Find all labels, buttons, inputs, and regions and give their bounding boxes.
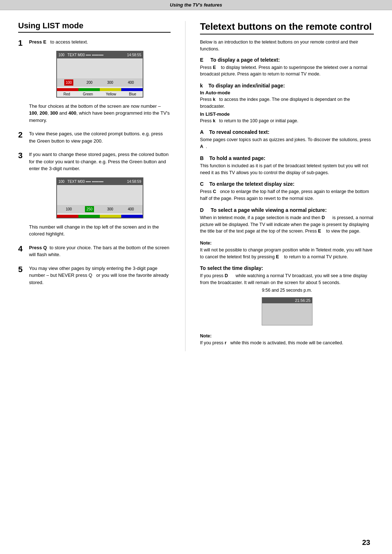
subsection-C: C To enlarge the teletext display size: … (200, 181, 374, 202)
color-bar2-blue (121, 215, 143, 218)
step-4-key: Press Q (29, 245, 47, 250)
header-title: Using the TV's features (170, 2, 222, 8)
step-4-number: 4 (18, 244, 25, 254)
page-wrapper: Using the TV's features Using LIST mode … (0, 0, 392, 554)
step-1-after: to access teletext. (48, 39, 88, 45)
tv2-num-250: 250 (85, 206, 94, 212)
subsection-E-text: Press E to display teletext. Press again… (200, 64, 374, 78)
step-5-content: You may view other pages by simply enter… (29, 265, 171, 288)
subsection-time: To select the time display: If you press… (200, 265, 374, 328)
subsection-B-text: This function is included as it is part … (200, 163, 374, 176)
subsection-D: D To select a page while viewing a norma… (200, 207, 374, 235)
subsection-B-title: B To hold a wanted page: (200, 155, 374, 161)
subsection-E: E To display a page of teletext: Press E… (200, 57, 374, 78)
subsection-E-title: E To display a page of teletext: (200, 57, 374, 63)
tv-screen-1-top-left: 100 TEXT M00 ▪▪▪▪ ▪▪▪▪▪▪▪▪▪ (58, 52, 103, 58)
subsection-time-text: If you press D while watching a normal T… (200, 272, 374, 286)
time-caption: 9:56 and 25 seconds p.m. (200, 288, 374, 293)
right-intro: Below is an introduction to the teletext… (200, 39, 374, 53)
tv-num-300: 300 (106, 79, 115, 86)
step-3-after: This number will change in the top left … (29, 223, 171, 238)
tv2-num-100: 100 (64, 206, 73, 212)
step-1-key: Press E (29, 39, 46, 45)
subsection-A-title: A To reveal concealed text: (200, 129, 374, 135)
content-area: Using LIST mode 1 Press E to access tele… (0, 10, 392, 366)
color-bar2-red (57, 215, 78, 218)
step-5-text: You may view other pages by simply enter… (29, 265, 171, 286)
step-1: 1 Press E to access teletext. 100 TEXT M… (18, 38, 171, 125)
step-5: 5 You may view other pages by simply ent… (18, 265, 171, 288)
subsection-D-text: When in teletext mode, if a page selecti… (200, 214, 374, 235)
subsection-k-auto-text: Press k to access the index page. The on… (200, 96, 374, 110)
subsection-C-title: C To enlarge the teletext display size: (200, 181, 374, 187)
note-1: Note:It will not be possible to change p… (200, 240, 374, 260)
step-1-content: Press E to access teletext. 100 TEXT M00… (29, 38, 171, 125)
tv2-num-400: 400 (126, 206, 135, 212)
tv-screen-2-body (57, 185, 143, 205)
step-2: 2 To view these pages, use the colored p… (18, 130, 171, 146)
tv-screen-1-body (57, 58, 143, 78)
color-label-yellow: Yellow (106, 91, 116, 97)
column-divider (185, 21, 185, 351)
step-2-number: 2 (18, 130, 25, 140)
tv-screen-1-nums: 100 200 300 400 (57, 78, 143, 87)
step-4-text: Press Q to store your choice. The bars a… (29, 244, 171, 258)
color-bar-blue (121, 88, 143, 91)
color-bar-yellow (100, 88, 121, 91)
time-display-value: 21:56:25 (262, 297, 312, 303)
tv-screen-2-top-left: 100 TEXT M00 ▪▪▪▪ ▪▪▪▪▪▪▪▪▪ (58, 179, 103, 184)
step-4: 4 Press Q to store your choice. The bars… (18, 244, 171, 260)
step-1-para: The four choices at the bottom of the sc… (29, 103, 171, 124)
subsection-k-list-text: Press k to return to the 100 page or ini… (200, 118, 374, 124)
tv-screen-2: 100 TEXT M00 ▪▪▪▪ ▪▪▪▪▪▪▪▪▪ 14:58:59 100… (56, 177, 143, 218)
subsection-A: A To reveal concealed text: Some pages c… (200, 129, 374, 150)
subsection-C-text: Press C once to enlarge the top half of … (200, 188, 374, 202)
tv-screen-2-time: 14:58:59 (127, 179, 141, 184)
tv-screen-1-color-labels: Red Green Yellow Blue (57, 91, 143, 97)
time-display-body (262, 303, 312, 325)
right-column: Teletext buttons on the remote control B… (200, 21, 374, 351)
step-3-text: If you want to change these stored pages… (29, 151, 171, 172)
step-1-text: Press E to access teletext. (29, 38, 171, 46)
step-3-content: If you want to change these stored pages… (29, 151, 171, 239)
tv-screen-1-time: 14:58:55 (127, 52, 141, 58)
tv2-num-300: 300 (106, 206, 115, 212)
tv-screen-2-top: 100 TEXT M00 ▪▪▪▪ ▪▪▪▪▪▪▪▪▪ 14:58:59 (57, 178, 143, 185)
tv-screen-1-top: 100 TEXT M00 ▪▪▪▪ ▪▪▪▪▪▪▪▪▪ 14:58:55 (57, 52, 143, 58)
subsection-k-auto-label: In Auto-mode (200, 90, 374, 95)
subsection-A-text: Some pages cover topics such as quizzes … (200, 136, 374, 150)
color-label-blue: Blue (129, 91, 136, 97)
subsection-k: k To display an index/initial page: In A… (200, 83, 374, 124)
page-footer: 23 (362, 538, 370, 547)
left-section-title: Using LIST mode (18, 21, 171, 33)
tv-screen-1: 100 TEXT M00 ▪▪▪▪ ▪▪▪▪▪▪▪▪▪ 14:58:55 100… (56, 51, 143, 98)
subsection-B: B To hold a wanted page: This function i… (200, 155, 374, 176)
step-2-text: To view these pages, use the colored pro… (29, 130, 171, 144)
tv-screen-1-colorbar (57, 88, 143, 91)
tv-screen-2-colorbar (57, 215, 143, 218)
tv-num-100: 100 (64, 79, 73, 86)
subsection-k-list-label: In LIST-mode (200, 111, 374, 117)
color-bar2-yellow (100, 215, 121, 218)
header-bar: Using the TV's features (0, 0, 392, 10)
note-2: Note:If you press r while this mode is a… (200, 333, 374, 346)
step-5-number: 5 (18, 265, 25, 274)
subsection-D-title: D To select a page while viewing a norma… (200, 207, 374, 213)
color-bar2-green (78, 215, 100, 218)
note-2-label: Note: (200, 333, 212, 338)
note-1-text: Note:It will not be possible to change p… (200, 240, 374, 260)
subsection-k-title: k To display an index/initial page: (200, 83, 374, 89)
color-bar-red (57, 88, 78, 91)
tv-num-200: 200 (85, 79, 94, 86)
color-label-red: Red (64, 91, 70, 97)
tv-screen-2-nums: 100 250 300 400 (57, 205, 143, 213)
step-3: 3 If you want to change these stored pag… (18, 151, 171, 239)
note-1-label: Note: (200, 241, 212, 246)
color-label-green: Green (83, 91, 93, 97)
screen2-container: 100 TEXT M00 ▪▪▪▪ ▪▪▪▪▪▪▪▪▪ 14:58:59 100… (29, 175, 171, 221)
time-screen-container: 21:56:25 (200, 295, 374, 328)
left-column: Using LIST mode 1 Press E to access tele… (18, 21, 171, 351)
tv-num-400: 400 (126, 79, 135, 86)
time-display-screen: 21:56:25 (262, 297, 313, 325)
page-number: 23 (362, 538, 370, 546)
